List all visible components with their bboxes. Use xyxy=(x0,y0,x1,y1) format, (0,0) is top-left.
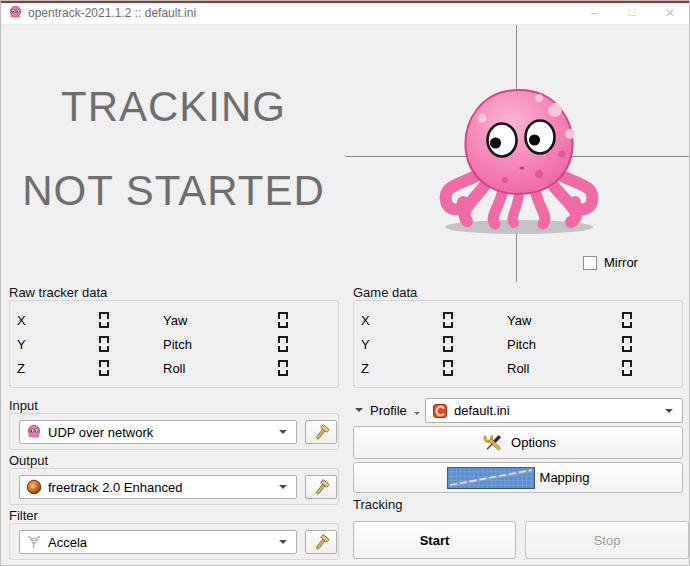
output-settings-button[interactable] xyxy=(305,475,337,499)
tracking-section-label: Tracking xyxy=(353,497,402,512)
curve-grid-icon xyxy=(447,467,535,489)
chevron-down-icon xyxy=(665,409,673,413)
chevron-down-icon xyxy=(279,485,287,489)
tracking-status-line2: NOT STARTED xyxy=(1,167,346,215)
raw-yaw-value-placeholder xyxy=(278,312,288,328)
input-selected-value: UDP over network xyxy=(48,425,153,440)
tools-icon xyxy=(480,430,506,456)
output-section-label: Output xyxy=(9,453,48,468)
input-group: UDP over network xyxy=(9,413,339,450)
game-z-value-placeholder xyxy=(443,360,453,376)
octopus-mascot-image xyxy=(419,84,619,236)
game-data-grid: X Yaw Y Pitch Z Roll xyxy=(353,300,683,388)
profile-menu-button[interactable]: Profile xyxy=(351,398,424,422)
filter-combobox[interactable]: Accela xyxy=(19,530,297,554)
tracking-status-line1: TRACKING xyxy=(1,83,346,131)
funnel-icon xyxy=(26,534,42,550)
mirror-checkbox[interactable] xyxy=(583,256,597,270)
title-bar: opentrack-2021.1.2 :: default.ini – □ ✕ xyxy=(1,1,689,25)
game-y-value-placeholder xyxy=(443,336,453,352)
raw-pitch-value-placeholder xyxy=(278,336,288,352)
profile-selected-value: default.ini xyxy=(454,403,510,418)
profile-file-icon xyxy=(432,403,448,419)
game-yaw-value-placeholder xyxy=(622,312,632,328)
raw-roll-value-placeholder xyxy=(278,360,288,376)
filter-settings-button[interactable] xyxy=(305,530,337,554)
raw-roll-label: Roll xyxy=(163,361,278,376)
raw-x-value-placeholder xyxy=(99,312,109,328)
mirror-control: Mirror xyxy=(583,255,638,270)
minimize-button[interactable]: – xyxy=(575,1,613,24)
hammer-icon xyxy=(313,534,330,551)
mirror-label[interactable]: Mirror xyxy=(604,255,638,270)
raw-y-label: Y xyxy=(17,337,99,352)
output-selected-value: freetrack 2.0 Enhanced xyxy=(48,480,182,495)
maximize-button[interactable]: □ xyxy=(613,1,651,24)
filter-section-label: Filter xyxy=(9,508,38,523)
raw-tracker-data-grid: X Yaw Y Pitch Z Roll xyxy=(9,300,339,388)
options-button[interactable]: Options xyxy=(353,426,683,459)
profile-label: Profile xyxy=(370,403,407,418)
game-x-label: X xyxy=(361,313,443,328)
opentrack-window: opentrack-2021.1.2 :: default.ini – □ ✕ … xyxy=(0,0,690,566)
filter-selected-value: Accela xyxy=(48,535,87,550)
input-section-label: Input xyxy=(9,398,38,413)
game-x-value-placeholder xyxy=(443,312,453,328)
input-combobox[interactable]: UDP over network xyxy=(19,420,297,444)
game-y-label: Y xyxy=(361,337,443,352)
chevron-down-icon xyxy=(414,412,420,415)
octopus-icon xyxy=(26,424,42,440)
close-button[interactable]: ✕ xyxy=(651,1,689,24)
profile-combobox[interactable]: default.ini xyxy=(425,398,683,423)
chevron-down-icon xyxy=(279,430,287,434)
raw-tracker-data-title: Raw tracker data xyxy=(9,285,107,300)
mapping-button-label: Mapping xyxy=(540,470,590,485)
hammer-icon xyxy=(313,479,330,496)
input-settings-button[interactable] xyxy=(305,420,337,444)
chevron-down-icon xyxy=(279,540,287,544)
octopus-app-icon xyxy=(8,5,23,20)
raw-z-label: Z xyxy=(17,361,99,376)
mapping-button[interactable]: Mapping xyxy=(353,462,683,493)
game-yaw-label: Yaw xyxy=(507,313,622,328)
start-button[interactable]: Start xyxy=(353,521,516,559)
game-pitch-value-placeholder xyxy=(622,336,632,352)
output-group: freetrack 2.0 Enhanced xyxy=(9,468,339,505)
game-roll-label: Roll xyxy=(507,361,622,376)
window-title: opentrack-2021.1.2 :: default.ini xyxy=(28,6,196,20)
window-controls: – □ ✕ xyxy=(575,1,689,24)
options-button-label: Options xyxy=(511,435,556,450)
menu-arrow-icon xyxy=(355,408,363,412)
raw-x-label: X xyxy=(17,313,99,328)
game-pitch-label: Pitch xyxy=(507,337,622,352)
start-button-label: Start xyxy=(420,533,450,548)
filter-group: Accela xyxy=(9,523,339,560)
game-z-label: Z xyxy=(361,361,443,376)
output-combobox[interactable]: freetrack 2.0 Enhanced xyxy=(19,475,297,499)
client-area: TRACKING NOT STARTED xyxy=(1,24,689,565)
raw-pitch-label: Pitch xyxy=(163,337,278,352)
freetrack-icon xyxy=(26,479,42,495)
window-top-edge xyxy=(1,1,689,3)
game-roll-value-placeholder xyxy=(622,360,632,376)
raw-y-value-placeholder xyxy=(99,336,109,352)
raw-yaw-label: Yaw xyxy=(163,313,278,328)
stop-button-label: Stop xyxy=(594,533,621,548)
stop-button[interactable]: Stop xyxy=(525,521,689,559)
game-data-title: Game data xyxy=(353,285,417,300)
raw-z-value-placeholder xyxy=(99,360,109,376)
hammer-icon xyxy=(313,424,330,441)
